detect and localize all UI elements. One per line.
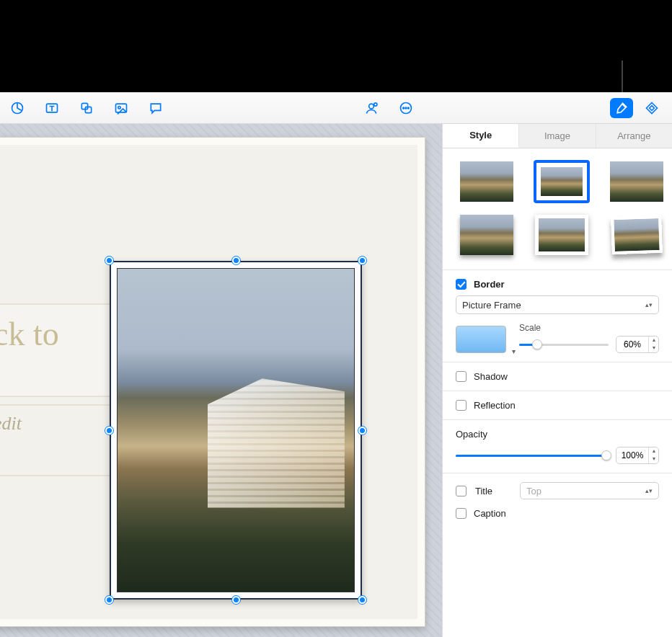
svg-point-9: [403, 107, 404, 109]
text-box-icon[interactable]: [40, 98, 63, 118]
stepper-down[interactable]: ▾: [649, 455, 658, 463]
tab-style[interactable]: Style: [443, 124, 519, 148]
resize-handle[interactable]: [232, 257, 240, 264]
resize-handle[interactable]: [358, 427, 366, 435]
border-type-select[interactable]: Picture Frame ▴▾: [456, 295, 659, 314]
scale-slider[interactable]: [519, 339, 609, 350]
pie-chart-icon[interactable]: [6, 98, 29, 118]
stepper-up[interactable]: ▴: [649, 447, 658, 455]
title-text: ck to: [0, 315, 120, 353]
media-icon[interactable]: [110, 98, 133, 118]
shadow-section: Shadow: [443, 362, 672, 391]
opacity-input[interactable]: [616, 450, 648, 460]
scale-input[interactable]: [616, 339, 648, 349]
subtitle-text: edit: [0, 413, 120, 435]
svg-point-6: [369, 104, 374, 109]
border-section: Border Picture Frame ▴▾ Scale: [443, 270, 672, 362]
shadow-label: Shadow: [474, 371, 508, 382]
shape-icon[interactable]: [75, 98, 98, 118]
caption-label: Caption: [474, 508, 506, 519]
chevrons-icon: ▴▾: [645, 489, 653, 493]
resize-handle[interactable]: [105, 427, 113, 435]
scale-stepper[interactable]: ▴▾: [616, 336, 659, 353]
style-preset[interactable]: [535, 161, 588, 202]
caption-checkbox[interactable]: [456, 508, 467, 519]
resize-handle[interactable]: [105, 257, 113, 264]
svg-point-7: [374, 102, 377, 105]
svg-point-5: [118, 106, 120, 108]
image-content: [117, 268, 355, 592]
opacity-section: Opacity ▴▾: [443, 419, 672, 473]
resize-handle[interactable]: [232, 596, 240, 604]
animate-icon[interactable]: [640, 98, 663, 118]
title-label: Title: [475, 486, 511, 496]
toolbar: [0, 92, 672, 124]
inspector-tabs: Style Image Arrange: [443, 124, 672, 148]
style-presets: [443, 148, 672, 270]
app-window: ck to edit Sty: [0, 92, 672, 637]
opacity-slider[interactable]: [456, 450, 609, 461]
callout-line: [622, 61, 623, 92]
selected-image[interactable]: [110, 261, 362, 600]
more-icon[interactable]: [394, 98, 417, 118]
picture-frame: [110, 261, 362, 600]
scale-label: Scale: [519, 323, 659, 333]
border-label: Border: [474, 279, 505, 290]
resize-handle[interactable]: [105, 596, 113, 604]
reflection-label: Reflection: [474, 400, 516, 411]
reflection-section: Reflection: [443, 391, 672, 419]
format-icon[interactable]: [610, 98, 633, 118]
style-preset[interactable]: [535, 215, 588, 255]
shadow-checkbox[interactable]: [456, 371, 467, 382]
chevrons-icon: ▴▾: [645, 303, 653, 307]
collaborate-icon[interactable]: [360, 98, 383, 118]
border-type-value: Picture Frame: [462, 300, 521, 311]
opacity-label: Opacity: [456, 429, 659, 440]
format-inspector: Style Image Arrange Border: [443, 124, 672, 637]
title-position-value: Top: [526, 486, 541, 496]
style-preset[interactable]: [460, 161, 513, 202]
style-preset[interactable]: [610, 215, 663, 255]
tab-arrange[interactable]: Arrange: [596, 124, 672, 148]
style-preset[interactable]: [460, 215, 513, 255]
stepper-down[interactable]: ▾: [649, 344, 658, 352]
tab-image[interactable]: Image: [519, 124, 596, 148]
frame-color-well[interactable]: [456, 326, 506, 353]
canvas[interactable]: ck to edit: [0, 124, 443, 637]
stepper-up[interactable]: ▴: [649, 337, 658, 344]
reflection-checkbox[interactable]: [456, 400, 467, 411]
resize-handle[interactable]: [358, 596, 366, 604]
title-caption-section: Title Top ▴▾ Caption: [443, 473, 672, 527]
comment-icon[interactable]: [144, 98, 167, 118]
style-preset[interactable]: [610, 161, 663, 202]
title-checkbox[interactable]: [456, 486, 467, 496]
svg-point-11: [408, 107, 410, 109]
resize-handle[interactable]: [358, 257, 366, 264]
opacity-stepper[interactable]: ▴▾: [616, 447, 659, 464]
title-position-select[interactable]: Top ▴▾: [520, 482, 659, 499]
border-checkbox[interactable]: [456, 279, 467, 290]
svg-point-10: [405, 107, 407, 109]
